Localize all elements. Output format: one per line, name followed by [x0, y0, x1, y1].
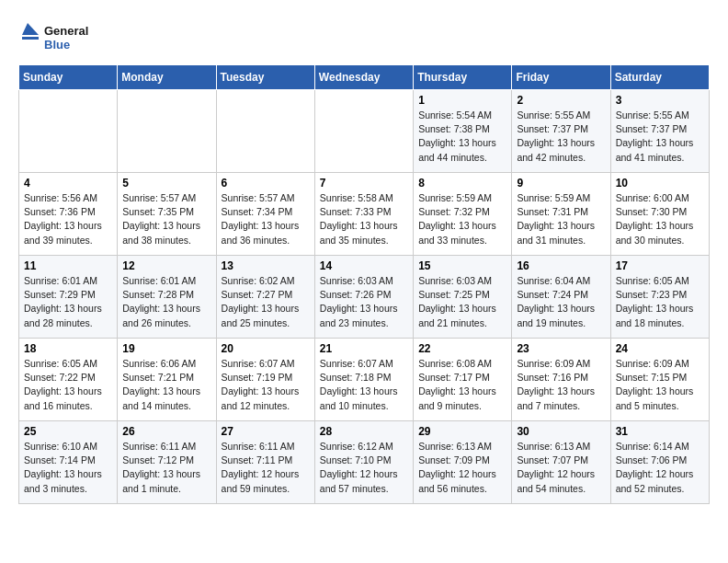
calendar-cell: [19, 90, 118, 173]
calendar-cell: 13Sunrise: 6:02 AMSunset: 7:27 PMDayligh…: [216, 256, 314, 339]
calendar-cell: 16Sunrise: 6:04 AMSunset: 7:24 PMDayligh…: [512, 256, 610, 339]
calendar-cell: 29Sunrise: 6:13 AMSunset: 7:09 PMDayligh…: [414, 421, 512, 504]
day-info: Sunrise: 6:13 AMSunset: 7:09 PMDaylight:…: [418, 440, 506, 496]
day-number: 16: [517, 259, 605, 272]
day-of-week-header: Saturday: [610, 65, 709, 90]
day-number: 28: [320, 425, 408, 438]
calendar-week-row: 4Sunrise: 5:56 AMSunset: 7:36 PMDaylight…: [19, 173, 710, 256]
calendar-cell: 22Sunrise: 6:08 AMSunset: 7:17 PMDayligh…: [414, 339, 512, 421]
calendar-header-row: SundayMondayTuesdayWednesdayThursdayFrid…: [19, 65, 710, 90]
day-number: 13: [222, 259, 310, 272]
calendar-week-row: 25Sunrise: 6:10 AMSunset: 7:14 PMDayligh…: [19, 421, 710, 504]
day-info: Sunrise: 6:07 AMSunset: 7:19 PMDaylight:…: [222, 357, 310, 413]
calendar-cell: 24Sunrise: 6:09 AMSunset: 7:15 PMDayligh…: [610, 339, 709, 421]
calendar-cell: [118, 90, 216, 173]
day-number: 15: [418, 259, 506, 272]
day-info: Sunrise: 5:55 AMSunset: 7:37 PMDaylight:…: [616, 109, 704, 165]
day-info: Sunrise: 6:03 AMSunset: 7:26 PMDaylight:…: [320, 274, 408, 330]
calendar-cell: 14Sunrise: 6:03 AMSunset: 7:26 PMDayligh…: [314, 256, 413, 339]
day-info: Sunrise: 6:11 AMSunset: 7:11 PMDaylight:…: [222, 440, 310, 496]
day-info: Sunrise: 6:10 AMSunset: 7:14 PMDaylight:…: [24, 440, 112, 496]
day-number: 27: [222, 425, 310, 438]
day-info: Sunrise: 6:09 AMSunset: 7:16 PMDaylight:…: [517, 357, 605, 413]
calendar-cell: 23Sunrise: 6:09 AMSunset: 7:16 PMDayligh…: [512, 339, 610, 421]
calendar-cell: 17Sunrise: 6:05 AMSunset: 7:23 PMDayligh…: [610, 256, 709, 339]
calendar-cell: 28Sunrise: 6:12 AMSunset: 7:10 PMDayligh…: [314, 421, 413, 504]
day-of-week-header: Tuesday: [216, 65, 314, 90]
calendar-cell: 30Sunrise: 6:13 AMSunset: 7:07 PMDayligh…: [512, 421, 610, 504]
calendar-cell: 21Sunrise: 6:07 AMSunset: 7:18 PMDayligh…: [314, 339, 413, 421]
day-info: Sunrise: 6:09 AMSunset: 7:15 PMDaylight:…: [616, 357, 704, 413]
svg-text:Blue: Blue: [44, 38, 70, 52]
day-info: Sunrise: 5:54 AMSunset: 7:38 PMDaylight:…: [418, 109, 506, 165]
day-info: Sunrise: 6:05 AMSunset: 7:23 PMDaylight:…: [616, 274, 704, 330]
day-number: 4: [24, 177, 112, 190]
calendar-cell: 3Sunrise: 5:55 AMSunset: 7:37 PMDaylight…: [610, 90, 709, 173]
calendar-cell: 5Sunrise: 5:57 AMSunset: 7:35 PMDaylight…: [118, 173, 216, 256]
day-info: Sunrise: 6:04 AMSunset: 7:24 PMDaylight:…: [517, 274, 605, 330]
day-info: Sunrise: 5:55 AMSunset: 7:37 PMDaylight:…: [517, 109, 605, 165]
calendar-cell: 1Sunrise: 5:54 AMSunset: 7:38 PMDaylight…: [414, 90, 512, 173]
calendar-cell: 27Sunrise: 6:11 AMSunset: 7:11 PMDayligh…: [216, 421, 314, 504]
day-number: 20: [222, 342, 310, 355]
day-number: 12: [122, 259, 210, 272]
day-number: 25: [24, 425, 112, 438]
calendar-cell: 8Sunrise: 5:59 AMSunset: 7:32 PMDaylight…: [414, 173, 512, 256]
day-number: 22: [418, 342, 506, 355]
day-info: Sunrise: 6:13 AMSunset: 7:07 PMDaylight:…: [517, 440, 605, 496]
calendar-cell: 10Sunrise: 6:00 AMSunset: 7:30 PMDayligh…: [610, 173, 709, 256]
day-info: Sunrise: 6:06 AMSunset: 7:21 PMDaylight:…: [122, 357, 210, 413]
calendar-cell: 7Sunrise: 5:58 AMSunset: 7:33 PMDaylight…: [314, 173, 413, 256]
day-of-week-header: Monday: [118, 65, 216, 90]
logo: General Blue: [18, 18, 110, 55]
day-number: 26: [122, 425, 210, 438]
calendar-cell: 31Sunrise: 6:14 AMSunset: 7:06 PMDayligh…: [610, 421, 709, 504]
svg-marker-2: [22, 23, 39, 35]
page-header: General Blue: [18, 18, 710, 55]
calendar-week-row: 1Sunrise: 5:54 AMSunset: 7:38 PMDaylight…: [19, 90, 710, 173]
calendar-cell: 12Sunrise: 6:01 AMSunset: 7:28 PMDayligh…: [118, 256, 216, 339]
day-of-week-header: Wednesday: [314, 65, 413, 90]
calendar-cell: 15Sunrise: 6:03 AMSunset: 7:25 PMDayligh…: [414, 256, 512, 339]
calendar-cell: 26Sunrise: 6:11 AMSunset: 7:12 PMDayligh…: [118, 421, 216, 504]
svg-rect-3: [22, 37, 39, 40]
day-number: 21: [320, 342, 408, 355]
day-number: 1: [418, 94, 506, 107]
day-number: 10: [616, 177, 704, 190]
calendar-table: SundayMondayTuesdayWednesdayThursdayFrid…: [18, 64, 710, 504]
day-of-week-header: Sunday: [19, 65, 118, 90]
day-info: Sunrise: 5:56 AMSunset: 7:36 PMDaylight:…: [24, 191, 112, 247]
day-info: Sunrise: 6:03 AMSunset: 7:25 PMDaylight:…: [418, 274, 506, 330]
day-number: 23: [517, 342, 605, 355]
day-info: Sunrise: 6:14 AMSunset: 7:06 PMDaylight:…: [616, 440, 704, 496]
day-info: Sunrise: 6:12 AMSunset: 7:10 PMDaylight:…: [320, 440, 408, 496]
calendar-cell: [216, 90, 314, 173]
logo-svg: General Blue: [18, 18, 110, 55]
day-number: 9: [517, 177, 605, 190]
calendar-cell: 20Sunrise: 6:07 AMSunset: 7:19 PMDayligh…: [216, 339, 314, 421]
calendar-week-row: 18Sunrise: 6:05 AMSunset: 7:22 PMDayligh…: [19, 339, 710, 421]
day-info: Sunrise: 6:05 AMSunset: 7:22 PMDaylight:…: [24, 357, 112, 413]
calendar-cell: 4Sunrise: 5:56 AMSunset: 7:36 PMDaylight…: [19, 173, 118, 256]
calendar-cell: 6Sunrise: 5:57 AMSunset: 7:34 PMDaylight…: [216, 173, 314, 256]
calendar-cell: 9Sunrise: 5:59 AMSunset: 7:31 PMDaylight…: [512, 173, 610, 256]
day-number: 8: [418, 177, 506, 190]
day-number: 5: [122, 177, 210, 190]
day-number: 29: [418, 425, 506, 438]
day-number: 2: [517, 94, 605, 107]
day-info: Sunrise: 5:59 AMSunset: 7:31 PMDaylight:…: [517, 191, 605, 247]
day-info: Sunrise: 6:01 AMSunset: 7:28 PMDaylight:…: [122, 274, 210, 330]
calendar-cell: 25Sunrise: 6:10 AMSunset: 7:14 PMDayligh…: [19, 421, 118, 504]
day-info: Sunrise: 6:07 AMSunset: 7:18 PMDaylight:…: [320, 357, 408, 413]
day-info: Sunrise: 6:00 AMSunset: 7:30 PMDaylight:…: [616, 191, 704, 247]
day-number: 7: [320, 177, 408, 190]
day-of-week-header: Thursday: [414, 65, 512, 90]
day-info: Sunrise: 6:01 AMSunset: 7:29 PMDaylight:…: [24, 274, 112, 330]
day-info: Sunrise: 6:11 AMSunset: 7:12 PMDaylight:…: [122, 440, 210, 496]
calendar-cell: [314, 90, 413, 173]
day-number: 11: [24, 259, 112, 272]
day-number: 19: [122, 342, 210, 355]
day-info: Sunrise: 5:57 AMSunset: 7:35 PMDaylight:…: [122, 191, 210, 247]
day-number: 24: [616, 342, 704, 355]
svg-text:General: General: [44, 24, 88, 38]
